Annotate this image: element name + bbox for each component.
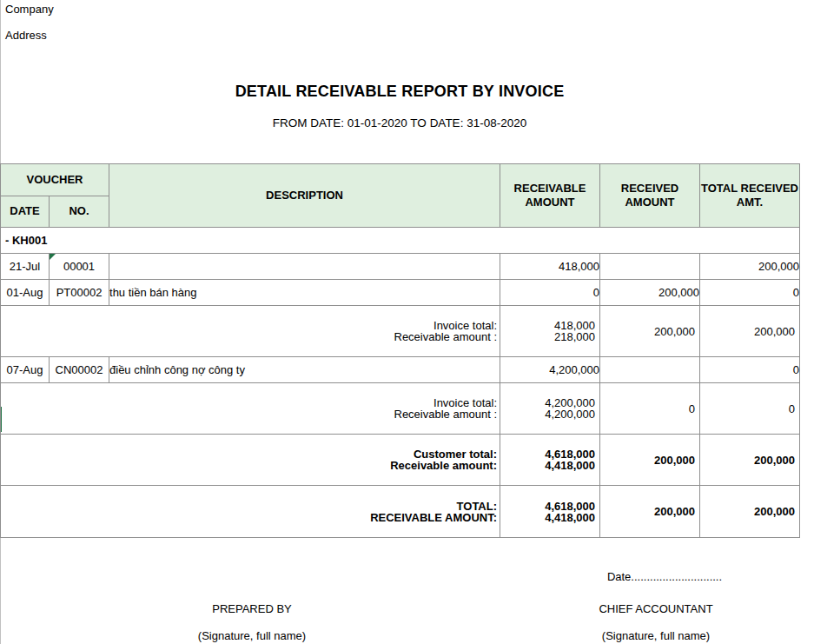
voucher-no-cell[interactable]: 00001 bbox=[50, 254, 109, 280]
invoice-total-total-received: 200,000 bbox=[700, 326, 799, 337]
total-received-cell[interactable]: 0 bbox=[700, 357, 800, 383]
address-label: Address bbox=[5, 29, 47, 42]
voucher-date-cell[interactable]: 01-Aug bbox=[1, 280, 50, 306]
header-received-amount[interactable]: RECEIVED AMOUNT bbox=[600, 164, 700, 228]
grand-total-labels-cell[interactable]: TOTAL: RECEIVABLE AMOUNT: bbox=[1, 486, 500, 538]
customer-receivable-amount-value: 4,418,000 bbox=[500, 460, 599, 471]
signature-note-left: (Signature, full name) bbox=[113, 629, 391, 642]
header-total-received-amt[interactable]: TOTAL RECEIVED AMT. bbox=[700, 164, 800, 228]
signature-note-right: (Signature, full name) bbox=[517, 629, 795, 642]
customer-total-total-received: 200,000 bbox=[700, 455, 799, 466]
header-voucher[interactable]: VOUCHER bbox=[1, 164, 109, 196]
invoice-total-received: 200,000 bbox=[600, 326, 699, 337]
receivable-amount-label: Receivable amount : bbox=[1, 408, 500, 420]
customer-code-cell[interactable]: - KH001 bbox=[1, 228, 800, 254]
receivable-amount-value: 4,200,000 bbox=[500, 408, 599, 420]
report-page: Company Address DETAIL RECEIVABLE REPORT… bbox=[0, 0, 814, 644]
invoice-row-1: 21-Jul 00001 418,000 200,000 bbox=[1, 254, 800, 280]
invoice-row-2: 07-Aug CN00002 điều chỉnh công nợ công t… bbox=[1, 357, 800, 383]
customer-total-received-cell[interactable]: 200,000 bbox=[600, 435, 700, 486]
chief-accountant-label: CHIEF ACCOUNTANT bbox=[517, 602, 795, 615]
receivable-amount-value: 218,000 bbox=[500, 331, 599, 342]
header-voucher-no[interactable]: NO. bbox=[50, 196, 109, 228]
voucher-no-value: 00001 bbox=[63, 260, 95, 273]
voucher-no-cell[interactable]: PT00002 bbox=[50, 280, 109, 306]
description-cell[interactable] bbox=[109, 254, 500, 280]
grand-total-total-received: 200,000 bbox=[700, 506, 799, 517]
signature-date-line: Date............................. bbox=[521, 570, 808, 583]
grand-total-received-cell[interactable]: 200,000 bbox=[600, 486, 700, 538]
grand-receivable-amount-value: 4,418,000 bbox=[500, 512, 599, 523]
voucher-date-cell[interactable]: 07-Aug bbox=[1, 357, 50, 383]
customer-group-row: - KH001 bbox=[1, 228, 800, 254]
report-title: DETAIL RECEIVABLE REPORT BY INVOICE bbox=[0, 83, 799, 101]
subtotal-total-received-cell[interactable]: 0 bbox=[700, 383, 800, 435]
customer-total-total-received-cell[interactable]: 200,000 bbox=[700, 435, 800, 486]
report-date-range: FROM DATE: 01-01-2020 TO DATE: 31-08-202… bbox=[0, 116, 799, 129]
payment-row-1: 01-Aug PT00002 thu tiền bán hàng 0 200,0… bbox=[1, 280, 800, 306]
voucher-no-cell[interactable]: CN00002 bbox=[50, 357, 109, 383]
subtotal-received-cell[interactable]: 200,000 bbox=[600, 306, 700, 357]
subtotal-receivable-cell[interactable]: 418,000 218,000 bbox=[500, 306, 600, 357]
grand-total-label: TOTAL: bbox=[1, 501, 500, 512]
invoice-subtotal-block-1: Invoice total: Receivable amount : 418,0… bbox=[1, 306, 800, 357]
grand-total-total-received-cell[interactable]: 200,000 bbox=[700, 486, 800, 538]
subtotal-total-received-cell[interactable]: 200,000 bbox=[700, 306, 800, 357]
header-description[interactable]: DESCRIPTION bbox=[109, 164, 500, 228]
customer-total-labels-cell[interactable]: Customer total: Receivable amount: bbox=[1, 435, 500, 486]
total-received-cell[interactable]: 200,000 bbox=[700, 254, 800, 280]
total-received-cell[interactable]: 0 bbox=[700, 280, 800, 306]
subtotal-received-cell[interactable]: 0 bbox=[600, 383, 700, 435]
subtotal-labels-cell[interactable]: Invoice total: Receivable amount : bbox=[1, 306, 500, 357]
grand-total-block: TOTAL: RECEIVABLE AMOUNT: 4,618,000 4,41… bbox=[1, 486, 800, 538]
customer-total-receivable-cell[interactable]: 4,618,000 4,418,000 bbox=[500, 435, 600, 486]
voucher-date-cell[interactable]: 21-Jul bbox=[1, 254, 50, 280]
prepared-by-label: PREPARED BY bbox=[113, 602, 391, 615]
receivable-amount-cell[interactable]: 0 bbox=[500, 280, 600, 306]
header-voucher-date[interactable]: DATE bbox=[1, 196, 50, 228]
customer-total-block: Customer total: Receivable amount: 4,618… bbox=[1, 435, 800, 486]
grand-total-received: 200,000 bbox=[600, 506, 699, 517]
invoice-subtotal-block-2: Invoice total: Receivable amount : 4,200… bbox=[1, 383, 800, 435]
subtotal-labels-cell[interactable]: Invoice total: Receivable amount : bbox=[1, 383, 500, 435]
invoice-total-received: 0 bbox=[600, 403, 699, 415]
receivable-amount-cell[interactable]: 418,000 bbox=[500, 254, 600, 280]
customer-receivable-label: Receivable amount: bbox=[1, 460, 500, 471]
subtotal-receivable-cell[interactable]: 4,200,000 4,200,000 bbox=[500, 383, 600, 435]
company-label: Company bbox=[5, 3, 54, 16]
invoice-total-total-received: 0 bbox=[700, 403, 799, 415]
description-cell[interactable]: thu tiền bán hàng bbox=[109, 280, 500, 306]
header-receivable-amount[interactable]: RECEIVABLE AMOUNT bbox=[500, 164, 600, 228]
grand-total-receivable: 4,618,000 bbox=[500, 501, 599, 512]
received-amount-cell[interactable] bbox=[600, 254, 700, 280]
grand-total-receivable-cell[interactable]: 4,618,000 4,418,000 bbox=[500, 486, 600, 538]
received-amount-cell[interactable] bbox=[600, 357, 700, 383]
receivable-table: VOUCHER DESCRIPTION RECEIVABLE AMOUNT RE… bbox=[0, 163, 800, 538]
grand-receivable-label: RECEIVABLE AMOUNT: bbox=[1, 512, 500, 523]
receivable-amount-cell[interactable]: 4,200,000 bbox=[500, 357, 600, 383]
description-cell[interactable]: điều chỉnh công nợ công ty bbox=[109, 357, 500, 383]
customer-total-received: 200,000 bbox=[600, 455, 699, 466]
received-amount-cell[interactable]: 200,000 bbox=[600, 280, 700, 306]
receivable-amount-label: Receivable amount : bbox=[1, 331, 500, 342]
number-stored-as-text-flag-icon bbox=[50, 254, 56, 260]
